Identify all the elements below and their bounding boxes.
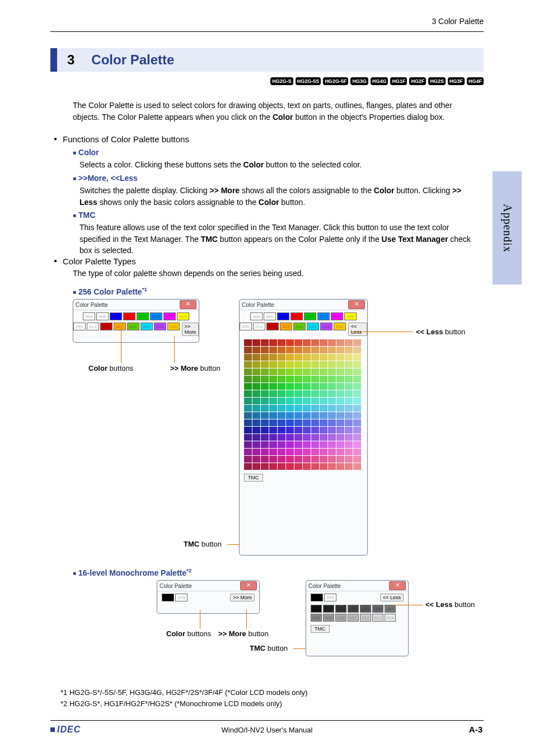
color-swatch[interactable]: 255	[73, 323, 86, 330]
color-swatch[interactable]	[353, 354, 361, 361]
color-swatch[interactable]: 019	[277, 312, 289, 320]
color-swatch[interactable]	[286, 354, 294, 361]
tmc-button[interactable]: TMC	[311, 625, 330, 633]
color-swatch[interactable]	[303, 419, 311, 426]
color-swatch[interactable]	[320, 463, 327, 470]
color-swatch[interactable]	[252, 354, 260, 361]
color-swatch[interactable]	[303, 354, 311, 361]
dialog-titlebar[interactable]: Color Palette ✕	[306, 581, 408, 591]
color-swatch[interactable]	[303, 347, 311, 353]
color-swatch[interactable]	[345, 405, 353, 412]
color-swatch[interactable]	[345, 434, 353, 441]
color-swatch[interactable]	[336, 376, 344, 382]
color-swatch[interactable]	[328, 339, 336, 346]
color-swatch[interactable]	[252, 449, 260, 455]
color-swatch[interactable]: 006	[264, 312, 276, 320]
color-swatch[interactable]	[278, 434, 285, 441]
color-swatch[interactable]	[345, 398, 353, 404]
color-swatch[interactable]	[336, 347, 344, 353]
color-swatch[interactable]: 028	[320, 323, 332, 330]
color-swatch[interactable]	[320, 376, 327, 382]
color-swatch[interactable]	[311, 441, 319, 448]
color-swatch[interactable]	[278, 390, 285, 397]
color-swatch[interactable]	[252, 427, 260, 433]
color-swatch[interactable]: 026	[140, 323, 153, 330]
color-swatch[interactable]	[261, 347, 269, 353]
color-swatch[interactable]	[278, 368, 285, 375]
color-swatch[interactable]	[353, 398, 361, 404]
color-swatch[interactable]	[286, 398, 294, 404]
color-swatch[interactable]: 030	[334, 323, 346, 330]
color-swatch[interactable]	[261, 368, 269, 375]
color-swatch[interactable]	[252, 376, 260, 382]
color-swatch[interactable]	[244, 354, 252, 361]
color-swatch[interactable]: 027	[163, 312, 176, 320]
color-swatch[interactable]	[336, 441, 344, 448]
color-swatch[interactable]	[311, 427, 319, 433]
color-swatch[interactable]	[244, 427, 252, 433]
dialog-titlebar[interactable]: Color Palette ✕	[73, 300, 199, 310]
color-swatch[interactable]: 003	[335, 605, 346, 613]
color-swatch[interactable]	[261, 376, 269, 382]
color-swatch[interactable]	[311, 398, 319, 404]
color-swatch[interactable]	[328, 463, 336, 470]
color-swatch[interactable]: 023	[304, 312, 316, 320]
color-swatch[interactable]: 001	[311, 605, 322, 613]
color-swatch[interactable]	[328, 405, 336, 412]
color-swatch[interactable]: 020	[100, 323, 113, 330]
color-swatch[interactable]	[345, 419, 353, 426]
color-swatch[interactable]	[336, 427, 344, 433]
color-swatch[interactable]	[278, 354, 285, 361]
color-swatch[interactable]	[269, 398, 277, 404]
color-swatch[interactable]	[336, 339, 344, 346]
color-swatch[interactable]	[328, 434, 336, 441]
color-swatch[interactable]	[252, 456, 260, 463]
color-swatch[interactable]	[286, 383, 294, 390]
color-swatch[interactable]: 030	[167, 323, 180, 330]
color-swatch[interactable]	[311, 419, 319, 426]
color-swatch[interactable]	[294, 398, 302, 404]
color-swatch[interactable]	[278, 398, 285, 404]
color-swatch[interactable]	[336, 383, 344, 390]
color-swatch[interactable]	[244, 434, 252, 441]
color-swatch[interactable]	[244, 441, 252, 448]
color-swatch[interactable]	[345, 376, 353, 382]
color-swatch[interactable]	[261, 398, 269, 404]
color-swatch[interactable]	[294, 361, 302, 368]
color-swatch[interactable]	[261, 405, 269, 412]
color-swatch[interactable]	[244, 376, 252, 382]
color-swatch[interactable]	[303, 405, 311, 412]
color-swatch[interactable]	[278, 441, 285, 448]
color-swatch[interactable]	[286, 434, 294, 441]
color-swatch[interactable]	[353, 376, 361, 382]
color-swatch[interactable]	[244, 368, 252, 375]
color-swatch[interactable]	[336, 419, 344, 426]
color-swatch[interactable]	[328, 449, 336, 455]
color-swatch[interactable]	[244, 463, 252, 470]
close-icon[interactable]: ✕	[240, 581, 257, 590]
color-swatch[interactable]	[286, 361, 294, 368]
color-swatch[interactable]	[286, 339, 294, 346]
color-swatch[interactable]	[286, 376, 294, 382]
color-swatch[interactable]	[328, 376, 336, 382]
color-swatch[interactable]	[320, 347, 327, 353]
color-swatch[interactable]	[328, 412, 336, 419]
color-swatch[interactable]	[252, 339, 260, 346]
color-swatch[interactable]: 029	[177, 312, 189, 320]
color-swatch[interactable]	[278, 339, 285, 346]
color-swatch[interactable]	[328, 383, 336, 390]
color-swatch[interactable]	[345, 427, 353, 433]
color-swatch[interactable]: 024	[127, 323, 139, 330]
color-swatch[interactable]	[261, 441, 269, 448]
color-swatch[interactable]	[244, 339, 252, 346]
color-swatch[interactable]	[328, 419, 336, 426]
color-swatch[interactable]	[294, 405, 302, 412]
color-swatch[interactable]	[244, 398, 252, 404]
color-swatch[interactable]	[286, 368, 294, 375]
color-swatch[interactable]	[244, 405, 252, 412]
color-swatch[interactable]	[261, 434, 269, 441]
color-swatch[interactable]	[353, 339, 361, 346]
color-swatch[interactable]	[336, 361, 344, 368]
color-swatch[interactable]	[278, 463, 285, 470]
color-swatch[interactable]	[294, 412, 302, 419]
